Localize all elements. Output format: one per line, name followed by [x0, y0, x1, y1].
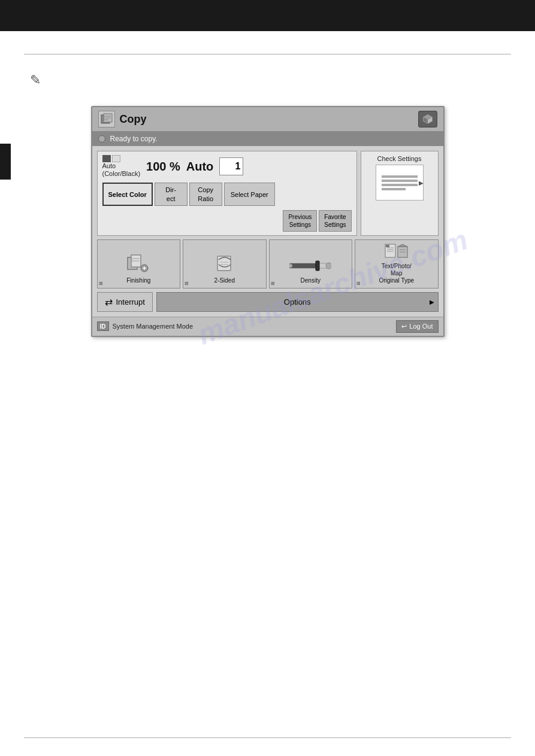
finishing-corner: ⊠: [99, 281, 105, 287]
settings-top-row: Auto(Color/Black) 100 % Auto 1: [102, 155, 352, 178]
bw-icons-area: Auto(Color/Black): [102, 155, 141, 178]
finishing-icon: [126, 254, 150, 275]
status-indicator: [98, 135, 105, 142]
svg-rect-28: [386, 245, 389, 247]
auto-label: Auto: [186, 160, 214, 174]
logout-label: Log Out: [409, 323, 433, 330]
system-bar: ID System Management Mode ↩ Log Out: [92, 317, 443, 336]
select-color-button[interactable]: Select Color: [102, 183, 153, 206]
panel-body: Auto(Color/Black) 100 % Auto 1 Select Co…: [92, 146, 443, 317]
check-settings-arrow: ▶: [419, 180, 424, 186]
pencil-icon: ✎: [30, 72, 41, 87]
preview-lines: [382, 174, 418, 192]
light-square: [112, 155, 120, 162]
preview-line-3: [382, 184, 418, 186]
original-type-icon: [385, 244, 409, 260]
percent-display: 100 %: [146, 160, 180, 174]
original-type-corner: ⊠: [356, 281, 362, 287]
favorite-settings-button[interactable]: FavoriteSettings: [319, 210, 351, 232]
density-label: Density: [301, 277, 321, 284]
header-bar: [0, 0, 535, 31]
preview-line-1: [382, 175, 418, 178]
interrupt-button[interactable]: ⇄ Interrupt: [97, 292, 153, 312]
interrupt-label: Interrupt: [116, 297, 145, 306]
original-type-button[interactable]: Text/Photo/MapOriginal Type ⊠: [355, 239, 439, 289]
page-content: ✎ manualsarchive.com Copy: [0, 31, 535, 361]
direct-button[interactable]: Dir-ect: [155, 183, 188, 206]
svg-marker-30: [398, 244, 407, 247]
icons-row: Finishing ⊠ 2-Sided: [97, 239, 439, 289]
check-settings-label: Check Settings: [377, 155, 422, 162]
panel-title: Copy: [120, 113, 147, 126]
density-corner: ⊠: [271, 281, 277, 287]
preview-line-2: [382, 180, 418, 182]
options-label: Options: [284, 297, 311, 306]
two-sided-button[interactable]: 2-Sided ⊠: [183, 239, 267, 289]
finishing-label: Finishing: [126, 277, 150, 284]
check-settings-box: Check Settings ▶: [361, 151, 439, 236]
status-bar: Ready to copy.: [92, 132, 443, 146]
status-text: Ready to copy.: [110, 135, 158, 143]
finishing-button[interactable]: Finishing ⊠: [97, 239, 181, 289]
system-id-label: ID: [100, 323, 106, 330]
bottom-divider: [24, 737, 511, 738]
top-divider: [24, 54, 511, 54]
3d-button[interactable]: [418, 111, 437, 127]
prev-fav-row: PreviousSettings FavoriteSettings: [102, 210, 352, 232]
panel-title-left: Copy: [98, 111, 147, 127]
select-paper-button[interactable]: Select Paper: [224, 183, 275, 206]
options-arrow: ▶: [430, 299, 434, 305]
svg-rect-21: [316, 261, 319, 271]
system-id-box: ID: [97, 321, 109, 331]
density-button[interactable]: Density ⊠: [269, 239, 353, 289]
previous-settings-button[interactable]: PreviousSettings: [283, 210, 317, 232]
options-button[interactable]: Options ▶: [156, 292, 439, 312]
logout-button[interactable]: ↩ Log Out: [396, 320, 438, 333]
two-sided-icon: [215, 254, 234, 275]
quantity-box: 1: [219, 157, 243, 175]
bw-icon: [102, 155, 141, 162]
sys-bar-left: ID System Management Mode: [97, 321, 194, 331]
copy-icon: [98, 111, 115, 127]
preview-line-4: [382, 188, 406, 190]
original-type-label: Text/Photo/MapOriginal Type: [379, 263, 414, 284]
auto-color-label: Auto(Color/Black): [102, 162, 141, 178]
svg-point-23: [326, 263, 331, 269]
panel-titlebar: Copy: [92, 107, 443, 132]
left-settings: Auto(Color/Black) 100 % Auto 1 Select Co…: [97, 151, 357, 236]
two-sided-corner: ⊠: [185, 281, 191, 287]
dark-square: [102, 155, 111, 162]
settings-row: Auto(Color/Black) 100 % Auto 1 Select Co…: [97, 151, 439, 236]
svg-rect-20: [289, 263, 318, 268]
pencil-area: ✎: [30, 72, 511, 88]
action-row: ⇄ Interrupt Options ▶: [97, 292, 439, 312]
logout-icon: ↩: [401, 323, 407, 330]
copy-panel: Copy Ready to copy.: [91, 106, 445, 337]
two-sided-label: 2-Sided: [214, 277, 235, 284]
copy-ratio-button[interactable]: CopyRatio: [189, 183, 222, 206]
interrupt-icon: ⇄: [105, 296, 113, 308]
system-mode-label: System Management Mode: [113, 323, 194, 330]
buttons-row: Select Color Dir-ect CopyRatio Select Pa…: [102, 183, 352, 206]
density-icon: [289, 259, 331, 275]
check-settings-preview: ▶: [376, 165, 424, 201]
